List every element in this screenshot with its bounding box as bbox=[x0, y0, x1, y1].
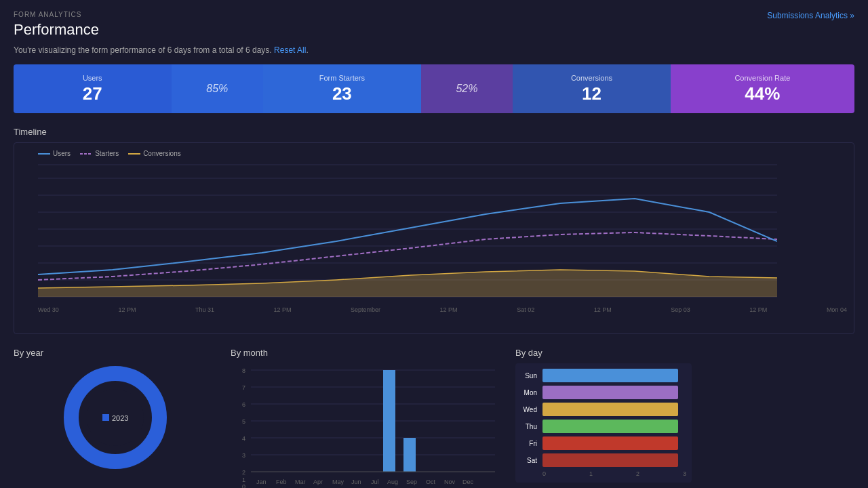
svg-text:2: 2 bbox=[242, 469, 245, 476]
day-row-wed: Wed bbox=[521, 403, 686, 416]
stat-conversions-label: Conversions bbox=[571, 74, 612, 82]
svg-text:1: 1 bbox=[242, 476, 245, 483]
day-bar-thu bbox=[542, 420, 678, 433]
x-label-wed30: Wed 30 bbox=[38, 306, 59, 313]
svg-text:Sep: Sep bbox=[406, 479, 417, 485]
reset-all-link[interactable]: Reset All bbox=[274, 45, 306, 55]
stats-bar: Users 27 85% Form Starters 23 52% Conver… bbox=[14, 64, 854, 113]
svg-text:2023: 2023 bbox=[112, 414, 128, 422]
description-text: You're visualizing the form performance … bbox=[14, 45, 854, 55]
svg-text:Mar: Mar bbox=[295, 479, 306, 485]
svg-rect-23 bbox=[102, 414, 109, 421]
chart-legend: Users Starters Conversions bbox=[38, 150, 847, 157]
svg-text:0: 0 bbox=[242, 483, 245, 488]
donut-chart: 2023 bbox=[58, 360, 173, 475]
by-day-bars: Sun Mon Wed Thu Fri bbox=[515, 363, 692, 483]
day-row-fri: Fri bbox=[521, 436, 686, 450]
x-label-sat02: Sat 02 bbox=[517, 306, 534, 313]
x-label-mon04: Mon 04 bbox=[827, 306, 847, 313]
x-label-12pm5: 12 PM bbox=[749, 306, 767, 313]
conversions-line-icon bbox=[128, 151, 140, 157]
day-bar-sat bbox=[542, 453, 678, 467]
donut-container: 2023 bbox=[14, 363, 217, 472]
day-label-sat: Sat bbox=[521, 457, 540, 464]
legend-conversions: Conversions bbox=[128, 150, 181, 157]
svg-text:3: 3 bbox=[242, 452, 245, 459]
svg-text:5: 5 bbox=[242, 418, 245, 425]
day-bar-sun bbox=[542, 369, 678, 382]
svg-text:May: May bbox=[332, 479, 344, 485]
svg-text:Jul: Jul bbox=[371, 479, 379, 485]
starters-line-icon bbox=[80, 151, 92, 157]
page-title: Performance bbox=[14, 21, 854, 39]
bottom-row: By year 2023 By month bbox=[14, 348, 854, 488]
day-label-fri: Fri bbox=[521, 440, 540, 447]
svg-text:7: 7 bbox=[242, 384, 245, 391]
by-year-section: By year 2023 bbox=[14, 348, 217, 488]
x-label-12pm1: 12 PM bbox=[118, 306, 136, 313]
timeline-title: Timeline bbox=[14, 127, 854, 137]
svg-text:Apr: Apr bbox=[313, 479, 323, 485]
stat-form-starters: Form Starters 23 bbox=[263, 64, 421, 113]
day-bar-wed bbox=[542, 403, 678, 416]
svg-text:Feb: Feb bbox=[276, 479, 287, 485]
stat-conversions: Conversions 12 bbox=[513, 64, 671, 113]
svg-text:Nov: Nov bbox=[444, 479, 456, 485]
by-day-section: By day Sun Mon Wed Thu bbox=[515, 348, 692, 488]
day-label-mon: Mon bbox=[521, 389, 540, 396]
submissions-link[interactable]: Submissions Analytics » bbox=[767, 11, 854, 20]
x-label-12pm3: 12 PM bbox=[440, 306, 458, 313]
timeline-chart: Users Starters Conversions bbox=[14, 142, 854, 334]
by-year-title: By year bbox=[14, 348, 217, 358]
stat-form-starters-label: Form Starters bbox=[319, 74, 365, 82]
svg-text:Aug: Aug bbox=[387, 479, 398, 485]
day-bar-fri bbox=[542, 436, 678, 450]
by-month-chart: 8 7 6 5 4 3 2 1 0 Jan Feb Mar Ap bbox=[231, 363, 502, 488]
day-x-label-2: 2 bbox=[636, 470, 639, 477]
brand-label: FORM ANALYTICS bbox=[14, 11, 854, 18]
by-day-title: By day bbox=[515, 348, 692, 358]
legend-users: Users bbox=[38, 150, 71, 157]
by-month-title: By month bbox=[231, 348, 502, 358]
stat-conversion-rate-label: Conversion Rate bbox=[734, 74, 790, 82]
stat-users-label: Users bbox=[83, 74, 102, 82]
svg-text:4: 4 bbox=[242, 435, 245, 442]
svg-text:Jun: Jun bbox=[351, 479, 361, 485]
svg-text:6: 6 bbox=[242, 401, 245, 408]
day-x-label-0: 0 bbox=[542, 470, 546, 477]
stat-pct1-value: 85% bbox=[206, 83, 228, 95]
day-row-mon: Mon bbox=[521, 386, 686, 399]
x-label-sep: September bbox=[351, 306, 380, 313]
stat-users: Users 27 bbox=[14, 64, 172, 113]
day-x-label-1: 1 bbox=[589, 470, 593, 477]
svg-text:8: 8 bbox=[242, 367, 245, 374]
day-label-sun: Sun bbox=[521, 372, 540, 380]
day-label-thu: Thu bbox=[521, 423, 540, 430]
svg-text:Jan: Jan bbox=[256, 479, 267, 485]
stat-pct1: 85% bbox=[172, 64, 264, 113]
stat-pct2-value: 52% bbox=[456, 83, 477, 95]
x-label-12pm4: 12 PM bbox=[594, 306, 612, 313]
day-x-label-3: 3 bbox=[683, 470, 686, 477]
stat-pct2: 52% bbox=[421, 64, 513, 113]
day-label-wed: Wed bbox=[521, 406, 540, 413]
stat-conversions-value: 12 bbox=[582, 83, 601, 104]
stat-conversion-rate-value: 44% bbox=[745, 83, 780, 104]
svg-rect-41 bbox=[383, 370, 395, 472]
timeline-section: Timeline Users Starters Conversions bbox=[14, 127, 854, 334]
by-month-section: By month 8 7 6 5 4 3 2 1 0 bbox=[231, 348, 502, 488]
users-line-icon bbox=[38, 151, 50, 157]
x-label-12pm2: 12 PM bbox=[274, 306, 292, 313]
x-label-sep03: Sep 03 bbox=[671, 306, 690, 313]
timeline-svg: 0 1 2 3 4 5 6 7 8 bbox=[38, 161, 777, 304]
stat-conversion-rate: Conversion Rate 44% bbox=[671, 64, 854, 113]
svg-text:Oct: Oct bbox=[426, 479, 436, 485]
x-label-thu31: Thu 31 bbox=[195, 306, 214, 313]
day-bar-mon bbox=[542, 386, 678, 399]
legend-starters: Starters bbox=[80, 150, 119, 157]
stat-users-value: 27 bbox=[83, 83, 102, 104]
day-row-sat: Sat bbox=[521, 453, 686, 467]
svg-text:Dec: Dec bbox=[462, 479, 474, 485]
svg-rect-42 bbox=[403, 438, 416, 472]
stat-form-starters-value: 23 bbox=[332, 83, 352, 104]
